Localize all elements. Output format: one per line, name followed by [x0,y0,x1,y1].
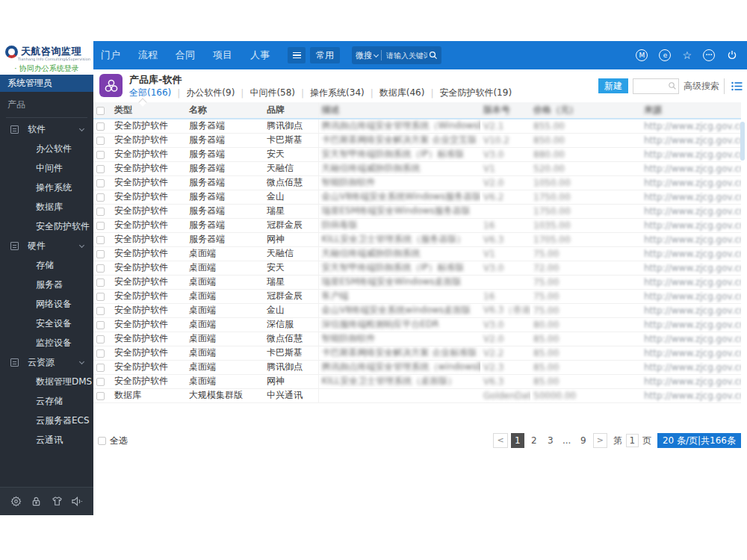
list-view-icon[interactable] [731,81,743,91]
more-options-icon[interactable]: ··· [703,49,715,61]
search-icon[interactable] [429,51,438,60]
row-checkbox[interactable] [96,307,105,315]
topnav-item-0[interactable]: 门户 [101,49,120,62]
sidebar-group-0[interactable]: 软件 [0,119,93,139]
new-button[interactable]: 新建 [598,78,628,93]
row-checkbox[interactable] [96,222,105,230]
row-checkbox[interactable] [96,165,105,173]
tab-5[interactable]: 安全防护软件(19) [439,87,512,99]
topnav-item-4[interactable]: 人事 [250,49,270,62]
row-checkbox[interactable] [96,392,105,400]
sidebar-item-2-0[interactable]: 数据管理DMS [0,372,93,391]
lock-icon[interactable] [30,495,43,508]
top-navbar: 门户流程合同项目人事 常用 微搜 M e ☆ ··· [93,41,747,69]
sidebar-item-1-1[interactable]: 服务器 [0,275,93,294]
row-checkbox[interactable] [96,137,105,145]
col-header-0: 类型 [111,102,186,119]
row-checkbox[interactable] [96,208,105,216]
page-header: 产品库-软件 全部(166)|办公软件(9)|中间件(58)|操作系统(34)|… [93,69,747,102]
logout-power-icon[interactable] [726,49,738,61]
frequent-menu-button[interactable]: 常用 [310,47,340,63]
select-all[interactable]: 全选 [98,435,128,447]
topnav-item-1[interactable]: 流程 [138,49,158,62]
row-checkbox[interactable] [96,279,105,287]
row-checkbox[interactable] [96,364,105,372]
search-engine-selector[interactable]: 微搜 [356,50,372,61]
advanced-search-button[interactable]: 高级搜索 [678,78,724,94]
scrollbar-thumb[interactable] [740,122,745,161]
tab-3[interactable]: 操作系统(34) [310,87,365,99]
page-number-1[interactable]: 1 [511,433,524,448]
page-jump: 第 1 页 [613,434,651,447]
page-number-3[interactable]: 3 [544,433,557,448]
table-row: 安全防护软件服务器端天融信天融信终端威胁防御系统V1520.00http://w… [93,161,741,175]
sidebar-group-1[interactable]: 硬件 [0,236,93,255]
sidebar-item-0-0[interactable]: 办公软件 [0,139,93,158]
page-jump-input[interactable]: 1 [626,434,639,447]
toolbar-actions: 新建 高级搜索 [598,78,743,93]
table-row: 安全防护软件桌面端腾讯御点腾讯御点终端安全管理系统（windows版）V2.38… [93,360,741,374]
row-checkbox[interactable] [96,335,105,343]
page-size-button[interactable]: 20 条/页|共166条 [657,433,741,448]
header-checkbox[interactable] [96,107,105,115]
sidebar-item-0-1[interactable]: 中间件 [0,158,93,178]
sidebar-item-1-3[interactable]: 安全设备 [0,314,93,333]
row-checkbox[interactable] [96,378,105,386]
row-checkbox[interactable] [96,321,105,329]
search-icon[interactable] [666,81,678,90]
tab-1[interactable]: 办公软件(9) [186,87,235,99]
theme-shirt-icon[interactable] [50,495,63,508]
sidebar-item-1-0[interactable]: 存储 [0,255,93,275]
page-ellipsis: ... [560,433,574,448]
row-checkbox[interactable] [96,349,105,358]
speaker-icon[interactable] [70,495,84,508]
prev-page-button[interactable]: < [493,433,507,448]
select-all-checkbox[interactable] [98,437,106,445]
sidebar-group-2[interactable]: 云资源 [0,352,93,372]
row-checkbox[interactable] [96,264,105,273]
col-header-2: 品牌 [264,102,318,119]
next-page-button[interactable]: > [593,433,607,448]
row-checkbox[interactable] [96,250,105,258]
sidebar-item-2-1[interactable]: 云存储 [0,391,93,411]
menu-grid-button[interactable] [288,47,306,63]
sidebar-item-0-4[interactable]: 安全防护软件 [0,217,93,236]
tab-0[interactable]: 全部(166) [129,87,171,99]
row-checkbox[interactable] [96,193,105,202]
page-jump-prefix: 第 [613,435,622,447]
tab-4[interactable]: 数据库(46) [379,87,425,99]
sidebar-item-1-2[interactable]: 网络设备 [0,294,93,314]
tab-2[interactable]: 中间件(58) [249,87,295,99]
page-number-9[interactable]: 9 [577,433,590,448]
table-row: 安全防护软件服务器端冠群金辰防病毒版161035.00http://www.zj… [93,218,741,232]
col-header-6: 来源 [641,102,741,119]
table-search-input[interactable] [633,79,666,93]
row-checkbox[interactable] [96,122,105,131]
topnav-item-2[interactable]: 合同 [176,49,195,62]
sidebar-item-0-3[interactable]: 数据库 [0,197,93,217]
row-checkbox[interactable] [96,179,105,187]
page-numbers: 123...9 [508,433,590,448]
row-checkbox[interactable] [96,151,105,159]
sidebar-item-1-4[interactable]: 监控设备 [0,333,93,352]
favorite-star-icon[interactable]: ☆ [682,49,692,61]
topnav-item-3[interactable]: 项目 [213,49,232,62]
e-message-icon[interactable]: e [659,49,671,61]
oa-login-link[interactable]: · 协同办公系统登录 [0,63,93,74]
folder-list-icon [10,358,19,367]
sidebar-item-2-2[interactable]: 云服务器ECS [0,411,93,430]
sidebar-item-2-3[interactable]: 云通讯 [0,430,93,449]
settings-gear-icon[interactable] [10,495,23,508]
row-checkbox[interactable] [96,293,105,301]
m-badge-icon[interactable]: M [636,49,648,61]
sidebar-item-0-2[interactable]: 操作系统 [0,178,93,197]
table-row: 安全防护软件桌面端天融信天融信终端威胁防御系统V175.00http://www… [93,246,741,261]
row-checkbox[interactable] [96,236,105,244]
page-title: 产品库-软件 [129,73,182,87]
global-search-input[interactable] [385,51,429,60]
tab-separator: | [241,88,244,99]
sidebar-footer-toolbar [0,487,93,515]
tab-separator: | [301,88,304,99]
page-number-2[interactable]: 2 [527,433,541,448]
sidebar-section-product[interactable]: 产品 [0,92,93,114]
